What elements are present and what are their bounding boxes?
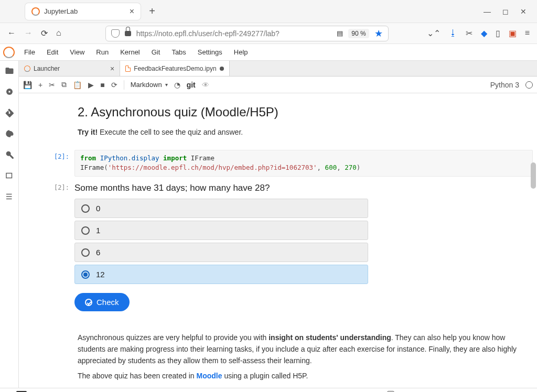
clip-icon[interactable]: ✂ <box>466 28 472 38</box>
celltype-selector[interactable]: Markdown ▾ <box>131 81 168 89</box>
browser-tabstrip: JupyterLab × + — ◻ ✕ <box>0 0 537 23</box>
quiz-iframe[interactable]: Some months have 31 days; how many have … <box>74 181 533 311</box>
doc-icon[interactable]: ▯ <box>496 28 500 38</box>
quiz-option-label: 6 <box>96 248 100 257</box>
scrollbar-thumb[interactable] <box>531 162 536 189</box>
nav-forward-icon[interactable]: → <box>24 28 33 38</box>
paste-icon[interactable]: 📋 <box>73 81 82 89</box>
download-icon[interactable]: ⭳ <box>449 28 457 38</box>
menu-tabs[interactable]: Tabs <box>167 46 190 58</box>
url-text: https://noto.epfl.ch/user/ch-epfl-249277… <box>136 29 332 38</box>
tryit-line: Try it! Execute the cell to see the quiz… <box>78 127 522 138</box>
check-icon <box>85 299 92 306</box>
stop-icon[interactable]: ■ <box>100 81 104 89</box>
menu-run[interactable]: Run <box>92 46 113 58</box>
slides-icon[interactable]: ▣ <box>509 28 517 38</box>
menu-edit[interactable]: Edit <box>42 46 62 58</box>
zoom-level[interactable]: 90 % <box>348 29 369 38</box>
palette-icon[interactable] <box>5 129 14 138</box>
window-controls: — ◻ ✕ <box>484 7 533 16</box>
toc-icon[interactable] <box>5 192 14 201</box>
quiz-option-1[interactable]: 1 <box>74 221 368 240</box>
run-icon[interactable]: ▶ <box>88 81 94 89</box>
restart-icon[interactable]: ⟳ <box>111 81 117 89</box>
moodle-link[interactable]: Moodle <box>197 372 222 380</box>
git-toolbar-label[interactable]: git <box>187 81 196 89</box>
menu-file[interactable]: File <box>20 46 39 58</box>
document-tabstrip: Launcher × FeedbackFeaturesDemo.ipyn <box>19 61 537 77</box>
jupyter-menus: File Edit View Run Kernel Git Tabs Setti… <box>20 46 252 58</box>
kernel-name[interactable]: Python 3 <box>490 81 519 89</box>
save-icon[interactable]: 💾 <box>23 81 32 89</box>
running-icon[interactable] <box>5 87 14 96</box>
notebook-icon <box>125 66 131 72</box>
build-icon[interactable] <box>5 150 14 159</box>
jupyter-favicon <box>31 7 40 16</box>
url-bar[interactable]: https://noto.epfl.ch/user/ch-epfl-249277… <box>105 26 389 41</box>
browser-addressbar: ← → ⟳ ⌂ https://noto.epfl.ch/user/ch-epf… <box>0 23 537 44</box>
menu-icon[interactable]: ≡ <box>525 28 530 38</box>
svg-rect-1 <box>8 91 10 93</box>
paragraph-2: The above quiz has been created in Moodl… <box>78 371 522 382</box>
statusbar: 0 S_ 7 ⚙ Python 3 | Idle Mode: Command L… <box>0 388 537 392</box>
tab-notebook-label: FeedbackFeaturesDemo.ipyn <box>134 65 216 72</box>
quiz-option-2[interactable]: 6 <box>74 243 368 262</box>
menu-view[interactable]: View <box>66 46 89 58</box>
left-sidebar-rail <box>0 61 19 388</box>
tabs-icon[interactable] <box>5 171 14 180</box>
kernel-indicator-icon[interactable] <box>525 81 533 89</box>
menu-git[interactable]: Git <box>147 46 165 58</box>
markdown-cell-heading[interactable]: 2. Asynchronous quiz (Moodle/H5P) Try it… <box>40 97 533 146</box>
chevron-down-icon: ▾ <box>165 82 168 88</box>
output-cell: [2]: Some months have 31 days; how many … <box>40 181 533 311</box>
svg-rect-5 <box>6 199 12 200</box>
notebook-body[interactable]: 2. Asynchronous quiz (Moodle/H5P) Try it… <box>19 93 537 388</box>
tracking-shield-icon[interactable] <box>111 29 120 38</box>
code-input[interactable]: from IPython.display import IFrame IFram… <box>74 150 533 177</box>
menu-kernel[interactable]: Kernel <box>116 46 144 58</box>
check-button[interactable]: Check <box>74 293 130 311</box>
diamond-icon[interactable]: ◆ <box>481 28 487 38</box>
copy-icon[interactable]: ⧉ <box>61 80 67 89</box>
tab-launcher-close-icon[interactable]: × <box>110 64 114 73</box>
add-cell-icon[interactable]: + <box>38 81 42 89</box>
pocket-icon[interactable]: ⌄⌃ <box>427 28 441 38</box>
tab-launcher[interactable]: Launcher × <box>19 61 120 76</box>
window-minimize-icon[interactable]: — <box>484 7 491 16</box>
tab-close-icon[interactable]: × <box>130 7 134 16</box>
quiz-option-label: 0 <box>96 204 100 213</box>
celltype-label: Markdown <box>131 81 162 89</box>
window-maximize-icon[interactable]: ◻ <box>502 7 509 16</box>
lock-icon <box>125 30 131 37</box>
paragraph-1: Asynchronous quizzes are very helpful to… <box>78 332 522 366</box>
radio-icon <box>81 248 90 257</box>
quiz-option-label: 12 <box>96 270 105 279</box>
filebrowser-icon[interactable] <box>5 66 14 75</box>
git-icon[interactable] <box>5 108 14 117</box>
scrollbar[interactable] <box>530 94 536 377</box>
browser-tab[interactable]: JupyterLab × <box>25 3 141 20</box>
quiz-option-3[interactable]: 12 <box>74 265 368 284</box>
reader-mode-icon[interactable]: ▤ <box>337 29 343 37</box>
code-cell[interactable]: [2]: from IPython.display import IFrame … <box>40 150 533 177</box>
radio-icon <box>81 270 90 279</box>
new-tab-button[interactable]: + <box>146 5 158 17</box>
nav-back-icon[interactable]: ← <box>7 28 16 38</box>
clock-icon[interactable]: ◔ <box>174 81 180 89</box>
quiz-option-0[interactable]: 0 <box>74 199 368 218</box>
jupyter-menubar: File Edit View Run Kernel Git Tabs Setti… <box>0 44 537 61</box>
tab-notebook[interactable]: FeedbackFeaturesDemo.ipyn <box>120 61 229 76</box>
quiz-option-label: 1 <box>96 226 100 235</box>
radio-icon <box>81 226 90 235</box>
menu-help[interactable]: Help <box>230 46 252 58</box>
nav-home-icon[interactable]: ⌂ <box>56 28 61 38</box>
menu-settings[interactable]: Settings <box>194 46 227 58</box>
svg-rect-2 <box>6 173 12 178</box>
render-icon[interactable]: 👁 <box>202 81 209 89</box>
bookmark-star-icon[interactable]: ★ <box>374 28 383 39</box>
nav-reload-icon[interactable]: ⟳ <box>41 28 48 38</box>
cut-icon[interactable]: ✂ <box>49 81 55 89</box>
window-close-icon[interactable]: ✕ <box>520 7 527 16</box>
jupyter-logo-icon[interactable] <box>3 47 15 58</box>
markdown-cell-paragraphs[interactable]: Asynchronous quizzes are very helpful to… <box>40 325 533 388</box>
